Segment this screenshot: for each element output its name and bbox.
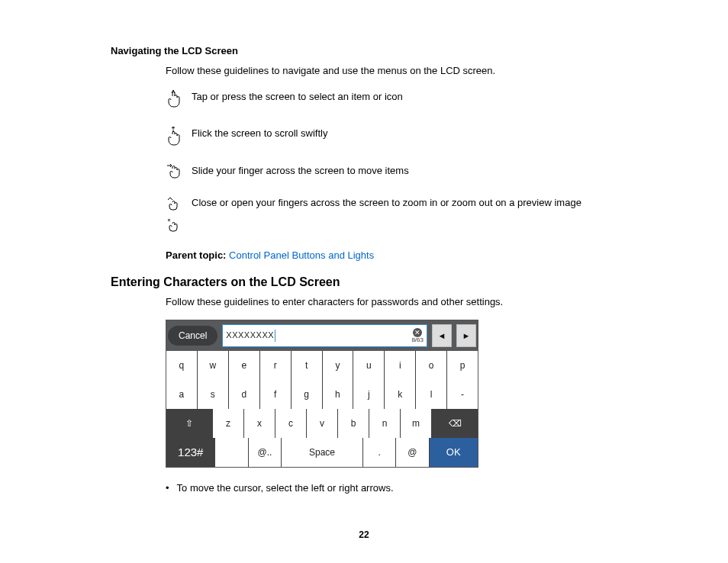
- gesture-pinch-text: Close or open your fingers across the sc…: [192, 195, 581, 210]
- section2-intro: Follow these guidelines to enter charact…: [166, 295, 691, 309]
- gesture-slide-row: Slide your finger across the screen to m…: [166, 162, 691, 186]
- cancel-button[interactable]: Cancel: [168, 326, 217, 346]
- parent-topic-link[interactable]: Control Panel Buttons and Lights: [229, 249, 374, 261]
- clear-input-button[interactable]: ✕ 8/63: [411, 328, 424, 343]
- bullet-cursor-note: • To move the cursor, select the left or…: [166, 481, 691, 495]
- keyboard-row-4: 123# @.. Space . @ OK: [166, 438, 478, 467]
- tap-icon: [166, 88, 184, 117]
- key-r[interactable]: r: [260, 351, 291, 380]
- gesture-tap-row: Tap or press the screen to select an ite…: [166, 88, 691, 117]
- key-m[interactable]: m: [401, 409, 431, 438]
- key-period[interactable]: .: [363, 438, 395, 467]
- keyboard-row-2: a s d f g h j k l -: [166, 380, 478, 409]
- key-w[interactable]: w: [198, 351, 228, 380]
- key-x[interactable]: x: [244, 409, 275, 438]
- bullet-marker: •: [166, 481, 169, 495]
- gesture-flick-row: Flick the screen to scroll swiftly: [166, 125, 691, 153]
- cursor-left-button[interactable]: ◄: [432, 324, 452, 347]
- section-heading-entering: Entering Characters on the LCD Screen: [111, 275, 691, 289]
- key-j[interactable]: j: [353, 380, 384, 409]
- key-o[interactable]: o: [416, 351, 446, 380]
- key-at[interactable]: @: [396, 438, 428, 467]
- key-n[interactable]: n: [369, 409, 400, 438]
- backspace-key[interactable]: ⌫: [432, 409, 478, 438]
- key-k[interactable]: k: [385, 380, 415, 409]
- slide-icon: [166, 162, 184, 186]
- keyboard-row-1: q w e r t y u i o p: [166, 351, 478, 380]
- keyboard-row-3: ⇧ z x c v b n m ⌫: [166, 409, 478, 438]
- key-p[interactable]: p: [447, 351, 478, 380]
- text-cursor: [275, 330, 275, 342]
- key-g[interactable]: g: [292, 380, 322, 409]
- char-counter: 8/63: [411, 336, 424, 343]
- key-e[interactable]: e: [229, 351, 259, 380]
- gesture-tap-text: Tap or press the screen to select an ite…: [192, 88, 403, 104]
- shift-key[interactable]: ⇧: [166, 409, 212, 438]
- key-y[interactable]: y: [323, 351, 353, 380]
- key-blank[interactable]: [215, 438, 247, 467]
- key-h[interactable]: h: [323, 380, 353, 409]
- flick-icon: [166, 125, 184, 153]
- gesture-flick-text: Flick the screen to scroll swiftly: [192, 125, 327, 140]
- cursor-right-button[interactable]: ►: [456, 324, 476, 347]
- key-a[interactable]: a: [166, 380, 197, 409]
- key-v[interactable]: v: [307, 409, 337, 438]
- key-i[interactable]: i: [385, 351, 415, 380]
- section-heading-navigating: Navigating the LCD Screen: [111, 45, 691, 56]
- space-key[interactable]: Space: [282, 438, 362, 467]
- key-symbol[interactable]: @..: [249, 438, 281, 467]
- pinch-icon: [166, 195, 184, 241]
- bullet-text: To move the cursor, select the left or r…: [177, 481, 394, 495]
- gesture-slide-text: Slide your finger across the screen to m…: [192, 162, 409, 178]
- text-input[interactable]: XXXXXXXX ✕ 8/63: [222, 324, 427, 347]
- key-z[interactable]: z: [213, 409, 243, 438]
- key-d[interactable]: d: [229, 380, 259, 409]
- key-t[interactable]: t: [292, 351, 322, 380]
- key-q[interactable]: q: [166, 351, 197, 380]
- key-u[interactable]: u: [353, 351, 384, 380]
- parent-topic: Parent topic: Control Panel Buttons and …: [166, 249, 691, 262]
- key-f[interactable]: f: [260, 380, 291, 409]
- page-number: 22: [0, 529, 728, 540]
- input-value: XXXXXXXX: [226, 330, 274, 341]
- onscreen-keyboard: Cancel XXXXXXXX ✕ 8/63 ◄ ► q w e r t: [166, 320, 478, 468]
- section1-intro: Follow these guidelines to navigate and …: [166, 64, 691, 78]
- key-dash[interactable]: -: [447, 380, 478, 409]
- gesture-pinch-row: Close or open your fingers across the sc…: [166, 195, 691, 241]
- key-s[interactable]: s: [198, 380, 228, 409]
- key-b[interactable]: b: [338, 409, 369, 438]
- mode-key[interactable]: 123#: [166, 438, 214, 467]
- ok-button[interactable]: OK: [430, 438, 478, 467]
- key-l[interactable]: l: [416, 380, 446, 409]
- parent-topic-label: Parent topic:: [166, 249, 226, 261]
- key-c[interactable]: c: [275, 409, 306, 438]
- keyboard-top-bar: Cancel XXXXXXXX ✕ 8/63 ◄ ►: [166, 320, 478, 351]
